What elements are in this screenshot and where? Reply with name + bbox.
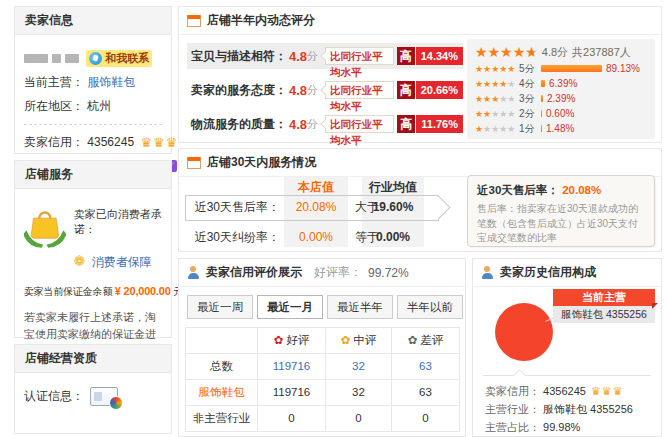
credit-eval-panel: 卖家信用评价展示 好评率： 99.72% 最近一周 最近一月 最近半年 半年以前… <box>178 258 466 437</box>
bad-flower-icon: ✿ <box>408 334 418 346</box>
rating-title: 卖家信用评价展示 <box>206 264 302 281</box>
dist-row-4: ★★★★★ 4分 6.39% <box>475 76 647 91</box>
high-percent: 11.76% <box>416 115 463 133</box>
dist-row-3: ★★★★★ 3分 2.39% <box>475 91 647 106</box>
col-mid: ✿中评 <box>326 328 392 354</box>
total-mid-count[interactable]: 32 <box>326 354 392 380</box>
dist-label: 3分 <box>519 92 539 106</box>
service-shop-value: 20.08% <box>284 195 348 219</box>
crown-icons: ♛♛♛ <box>140 135 178 150</box>
service-industry-value: 0.00% <box>362 225 424 249</box>
positive-rate-label: 好评率： <box>314 264 362 281</box>
dist-bar <box>541 80 545 87</box>
total-bad-count[interactable]: 63 <box>392 354 460 380</box>
tab-last-month[interactable]: 最近一月 <box>257 295 323 319</box>
star-distribution-box: ★★★★★ 4.8分 共237887人 ★★★★★ 5分 89.13% ★★★★… <box>467 39 655 139</box>
contact-me-badge[interactable]: 和我联系 <box>86 50 152 67</box>
dsr-label: 物流服务的质量： <box>191 116 287 133</box>
main-category-label: 当前主营： <box>24 75 84 89</box>
stars-off-icon: ★★★★ <box>483 124 515 134</box>
total-good-count[interactable]: 119716 <box>258 354 326 380</box>
censored-username-block <box>24 54 48 63</box>
service-row-label: 近30天售后率： <box>185 195 280 219</box>
shop-icon <box>187 15 201 27</box>
dsr-panel: 店铺半年内动态评分 宝贝与描述相符： 4.8 分 比同行业平均水平 高 14.3… <box>178 6 662 143</box>
stars-on-icon: ★★★★★ <box>475 64 515 74</box>
main-category-link[interactable]: 服饰鞋包 <box>87 75 135 89</box>
noncore-mid-count: 0 <box>326 406 392 432</box>
dist-bar <box>541 95 543 102</box>
row-noncore-label: 非主营行业 <box>186 406 258 432</box>
tab-last-week[interactable]: 最近一周 <box>187 295 253 319</box>
history-seller-credit-row: 卖家信用： 4356245 ♛♛♛ <box>485 383 624 399</box>
half-star-icon: ★ <box>525 44 538 60</box>
consumer-protection-bag-icon <box>24 201 66 253</box>
noncore-good-count: 0 <box>258 406 326 432</box>
col-good-label: 好评 <box>286 334 309 346</box>
region-label: 所在地区： <box>24 99 84 113</box>
deposit-amount: ¥ 20,000.00 <box>115 285 171 297</box>
service-30d-panel: 店铺30天内服务情况 本店值 行业均值 近30天售后率： 20.08% 大于 1… <box>178 148 662 252</box>
dist-row-1: ★★★★★ 1分 1.48% <box>475 121 647 136</box>
history-main-category-row: 主营行业： 服饰鞋包 4355256 <box>485 401 633 417</box>
history-row-label: 主营占比： <box>485 421 540 433</box>
dist-row-2: ★★★★★ 2分 0.60% <box>475 106 647 121</box>
table-corner-cell <box>186 328 258 354</box>
dist-bar <box>541 110 542 117</box>
tab-before-half-year[interactable]: 半年以前 <box>397 295 463 319</box>
noncore-bad-count: 0 <box>392 406 460 432</box>
credit-pie-chart <box>495 303 553 361</box>
time-range-tabs: 最近一周 最近一月 最近半年 半年以前 <box>187 295 463 319</box>
history-row-value: 99.98% <box>543 421 580 433</box>
high-tag: 高 <box>397 115 415 133</box>
censored-username-block <box>65 54 79 63</box>
dist-percent: 0.60% <box>546 108 574 119</box>
history-row-label: 主营行业： <box>485 403 540 415</box>
dist-bar <box>541 125 542 132</box>
col-industry-value: 行业均值 <box>362 179 424 196</box>
service-shop-value: 0.00% <box>284 225 348 249</box>
service-title: 店铺30天内服务情况 <box>207 154 316 171</box>
cert-label: 认证信息： <box>24 388 84 405</box>
col-bad-label: 差评 <box>420 334 443 346</box>
promise-label: 卖家已向消费者承诺： <box>74 207 162 237</box>
tab-last-half-year[interactable]: 最近半年 <box>327 295 393 319</box>
person-icon <box>481 266 494 279</box>
high-tag: 高 <box>397 47 415 65</box>
dist-row-5: ★★★★★ 5分 89.13% <box>475 61 647 76</box>
industry-compare-label: 比同行业平均水平 <box>325 115 394 133</box>
aftersale-tooltip: 近30天售后率： 20.08% 售后率：指卖家在近30天退款成功的笔数（包含售后… <box>467 175 655 247</box>
censored-username-block <box>52 54 61 63</box>
dsr-unit: 分 <box>307 117 318 132</box>
dsr-row-service: 卖家的服务态度： 4.8 分 比同行业平均水平 高 20.66% <box>187 77 463 103</box>
high-percent: 14.34% <box>416 47 463 65</box>
tooltip-desc: 售后率：指卖家在近30天退款成功的笔数（包含售后成立）占近30天支付宝成交笔数的… <box>477 202 645 246</box>
service-industry-value: 19.60% <box>362 195 424 219</box>
category-bad-count: 63 <box>392 380 460 406</box>
dsr-unit: 分 <box>307 83 318 98</box>
stars-off-icon: ★ <box>507 79 515 89</box>
dist-label: 1分 <box>519 122 539 136</box>
aftersale-rate-row: 近30天售后率： 20.08% 大于 19.60% <box>185 195 485 219</box>
dist-label: 2分 <box>519 107 539 121</box>
dsr-score: 4.8 <box>289 49 307 64</box>
divider-notch <box>513 369 526 382</box>
col-bad: ✿差评 <box>392 328 460 354</box>
summary-count: 共237887人 <box>572 45 631 60</box>
seller-credit-label: 卖家信用： <box>24 135 84 149</box>
history-row-label: 卖家信用： <box>485 385 540 397</box>
pie-tooltip: 当前主营 服饰鞋包 4355256 <box>553 289 655 323</box>
industry-compare-label: 比同行业平均水平 <box>325 81 394 99</box>
divider <box>24 124 162 125</box>
good-flower-icon: ✿ <box>274 334 284 346</box>
shop-service-title: 店铺服务 <box>15 161 171 189</box>
qualification-title: 店铺经营资质 <box>15 345 171 373</box>
dispute-rate-row: 近30天纠纷率： 0.00% 等于 0.00% <box>185 225 485 249</box>
tooltip-title: 近30天售后率： <box>477 184 559 196</box>
consumer-protection-link[interactable]: 消费者保障 <box>92 255 152 269</box>
history-title: 卖家历史信用构成 <box>500 264 596 281</box>
certification-card-icon[interactable] <box>90 387 118 406</box>
row-total-label: 总数 <box>186 354 258 380</box>
rating-table: ✿好评 ✿中评 ✿差评 总数 119716 32 63 服饰鞋包 119716 … <box>185 327 460 432</box>
deposit-label: 卖家当前保证金余额 <box>24 286 112 297</box>
